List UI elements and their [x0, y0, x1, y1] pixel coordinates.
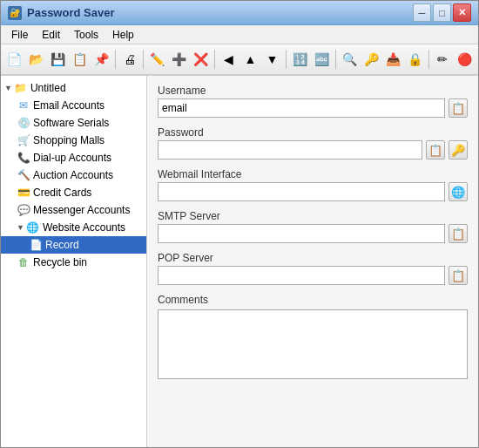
- password-gen-button[interactable]: 🔒: [405, 48, 425, 71]
- website-accounts-label: Website Accounts: [43, 221, 125, 234]
- edit-button[interactable]: ✏️: [147, 48, 167, 71]
- separator-1: [115, 50, 116, 69]
- webmail-open-button[interactable]: 🌐: [449, 182, 468, 201]
- smtp-copy-button[interactable]: 📋: [449, 224, 468, 243]
- print-button[interactable]: 🖨: [119, 48, 139, 71]
- webmail-field-group: Webmail Interface 🌐: [158, 168, 468, 201]
- shopping-malls-label: Shopping Malls: [33, 134, 105, 146]
- key-button[interactable]: 🔑: [361, 48, 381, 71]
- website-accounts-icon: 🌐: [26, 221, 40, 234]
- menu-file[interactable]: File: [4, 27, 35, 43]
- sidebar-item-shopping-malls[interactable]: 🛒 Shopping Malls: [1, 132, 146, 149]
- credit-cards-icon: 💳: [17, 186, 30, 200]
- close-button[interactable]: ✕: [453, 3, 471, 22]
- minimize-button[interactable]: ─: [413, 3, 431, 22]
- sidebar-item-credit-cards[interactable]: 💳 Credit Cards: [1, 184, 146, 201]
- new-button[interactable]: 📄: [4, 48, 24, 71]
- sidebar-item-dialup-accounts[interactable]: 📞 Dial-up Accounts: [1, 149, 146, 166]
- tree-root[interactable]: ▼ 📁 Untitled: [1, 79, 146, 97]
- password-field-group: Password 📋 🔑: [158, 126, 468, 160]
- separator-4: [286, 50, 287, 69]
- username-input[interactable]: [158, 98, 445, 118]
- record-label: Record: [45, 239, 79, 251]
- software-serials-icon: 💿: [17, 116, 30, 130]
- main-window: 🔐 Password Saver ─ □ ✕ File Edit Tools H…: [0, 0, 479, 448]
- down-button[interactable]: ▼: [262, 48, 282, 71]
- sidebar-item-messenger-accounts[interactable]: 💬 Messenger Accounts: [1, 201, 146, 219]
- dialup-accounts-icon: 📞: [17, 151, 30, 165]
- email-accounts-label: Email Accounts: [33, 99, 105, 112]
- sidebar-item-software-serials[interactable]: 💿 Software Serials: [1, 114, 146, 132]
- auction-accounts-icon: 🔨: [17, 168, 30, 182]
- menu-edit[interactable]: Edit: [35, 27, 67, 43]
- email-accounts-icon: ✉: [17, 98, 30, 112]
- username-field-group: Username 📋: [158, 85, 468, 118]
- comments-textarea[interactable]: [158, 309, 468, 379]
- pop-label: POP Server: [158, 252, 468, 264]
- password-label: Password: [158, 126, 468, 139]
- password-copy-button[interactable]: 📋: [426, 140, 445, 160]
- search-button[interactable]: 🔍: [340, 48, 360, 71]
- comments-label: Comments: [158, 294, 468, 306]
- open-button[interactable]: 📂: [26, 48, 46, 71]
- smtp-field-group: SMTP Server 📋: [158, 210, 468, 243]
- smtp-input[interactable]: [158, 224, 445, 243]
- sidebar-item-recycle-bin[interactable]: 🗑 Recycle bin: [1, 254, 146, 271]
- webmail-input[interactable]: [158, 182, 445, 201]
- username-label: Username: [158, 85, 468, 97]
- window-title: Password Saver: [27, 6, 114, 19]
- delete-button[interactable]: ❌: [191, 48, 211, 71]
- tree-root-label: Untitled: [30, 82, 66, 94]
- pop-input[interactable]: [158, 266, 445, 285]
- menu-tools[interactable]: Tools: [67, 27, 105, 43]
- password-show-button[interactable]: 🔑: [449, 140, 468, 160]
- comments-field-group: Comments: [158, 294, 468, 382]
- sidebar-item-auction-accounts[interactable]: 🔨 Auction Accounts: [1, 166, 146, 184]
- edit2-button[interactable]: ✏: [433, 48, 453, 71]
- record-icon: 📄: [29, 238, 43, 252]
- sidebar-item-email-accounts[interactable]: ✉ Email Accounts: [1, 97, 146, 114]
- menubar: File Edit Tools Help: [1, 25, 478, 44]
- root-folder-icon: 📁: [14, 81, 28, 95]
- sidebar-item-website-accounts[interactable]: ▼ 🌐 Website Accounts: [1, 219, 146, 236]
- import-button[interactable]: 📥: [383, 48, 403, 71]
- password-input[interactable]: [158, 140, 422, 160]
- username-copy-button[interactable]: 📋: [449, 98, 468, 118]
- software-serials-label: Software Serials: [33, 117, 109, 129]
- maximize-button[interactable]: □: [433, 3, 451, 22]
- content-panel: Username 📋 Password 📋 🔑 Webmail Interfac…: [147, 76, 478, 447]
- sort-alpha-button[interactable]: 🔤: [312, 48, 332, 71]
- app-icon: 🔐: [8, 6, 22, 20]
- shopping-malls-icon: 🛒: [17, 133, 30, 147]
- copy-record-button[interactable]: 📋: [70, 48, 90, 71]
- separator-2: [143, 50, 144, 69]
- messenger-accounts-icon: 💬: [17, 203, 30, 217]
- sidebar-item-record[interactable]: 📄 Record: [1, 236, 146, 254]
- website-expand-icon: ▼: [17, 223, 24, 232]
- pop-copy-button[interactable]: 📋: [449, 266, 468, 285]
- dialup-accounts-label: Dial-up Accounts: [33, 152, 111, 164]
- separator-6: [428, 50, 429, 69]
- menu-help[interactable]: Help: [105, 27, 141, 43]
- lock-button[interactable]: 🔴: [455, 48, 475, 71]
- toolbar: 📄 📂 💾 📋 📌 🖨 ✏️ ➕ ❌ ◀ ▲ ▼ 🔢 🔤 🔍 🔑 📥 🔒 ✏ 🔴: [1, 44, 478, 76]
- main-area: ▼ 📁 Untitled ✉ Email Accounts 💿 Software…: [1, 76, 478, 447]
- separator-3: [214, 50, 215, 69]
- recycle-bin-icon: 🗑: [17, 255, 30, 269]
- sidebar: ▼ 📁 Untitled ✉ Email Accounts 💿 Software…: [1, 76, 147, 447]
- save-button[interactable]: 💾: [48, 48, 68, 71]
- add-button[interactable]: ➕: [169, 48, 189, 71]
- pop-field-group: POP Server 📋: [158, 252, 468, 285]
- recycle-bin-label: Recycle bin: [33, 256, 87, 268]
- root-expand-icon: ▼: [4, 84, 12, 92]
- separator-5: [335, 50, 336, 69]
- up-button[interactable]: ▲: [240, 48, 260, 71]
- smtp-label: SMTP Server: [158, 210, 468, 222]
- auction-accounts-label: Auction Accounts: [33, 169, 113, 181]
- messenger-accounts-label: Messenger Accounts: [33, 204, 130, 216]
- paste-record-button[interactable]: 📌: [91, 48, 111, 71]
- titlebar: 🔐 Password Saver ─ □ ✕: [1, 1, 478, 25]
- webmail-label: Webmail Interface: [158, 168, 468, 180]
- back-button[interactable]: ◀: [219, 48, 239, 71]
- sort-num-button[interactable]: 🔢: [290, 48, 310, 71]
